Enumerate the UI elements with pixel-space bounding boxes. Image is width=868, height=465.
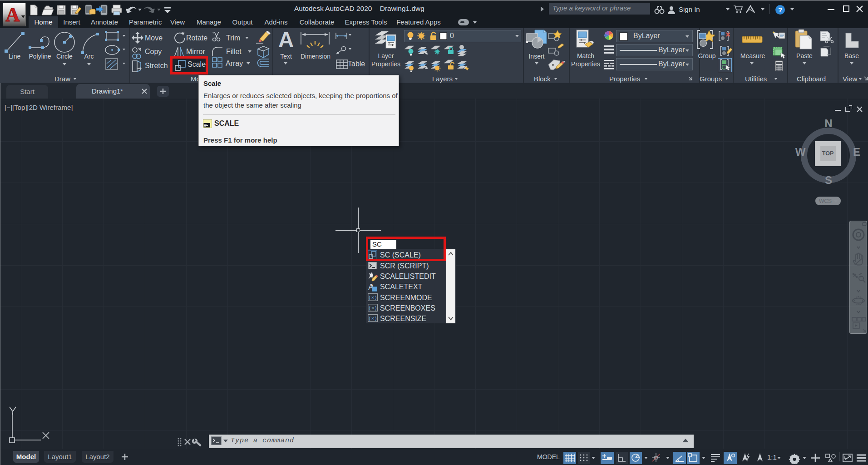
svg-text:(×): (×) bbox=[368, 295, 377, 301]
svg-text:A: A bbox=[5, 4, 20, 26]
svg-text:(×): (×) bbox=[368, 316, 377, 322]
svg-text:(×): (×) bbox=[368, 306, 377, 311]
